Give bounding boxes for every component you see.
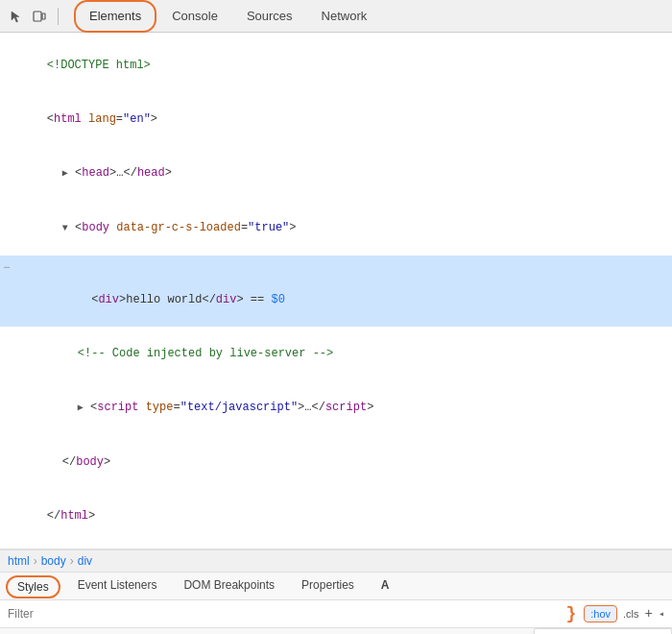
tab-properties[interactable]: Properties: [288, 573, 368, 599]
svg-rect-0: [34, 12, 41, 21]
toggle-element-state-tooltip: Toggle Element State: [534, 628, 672, 634]
html-line-script[interactable]: ▶ <script type="text/javascript">…</scri…: [0, 380, 672, 435]
html-line-head[interactable]: ▶ <head>…</head>: [0, 146, 672, 201]
add-style-button[interactable]: +: [645, 606, 653, 622]
tab-sources[interactable]: Sources: [233, 0, 306, 33]
overflow-icon[interactable]: ◂: [659, 608, 664, 620]
tab-network[interactable]: Network: [308, 0, 381, 33]
separator: [58, 8, 59, 25]
toolbar-icons: [8, 8, 62, 25]
tooltip-container: Toggle Element State: [534, 628, 672, 634]
filter-input[interactable]: [8, 607, 560, 621]
breadcrumb-sep1: ›: [34, 554, 37, 568]
html-line-comment: <!-- Code injected by live-server -->: [0, 327, 672, 380]
breadcrumb-bar: html › body › div: [0, 549, 672, 573]
html-line-selected[interactable]: … <div>hello world</div> == $0: [0, 256, 672, 327]
tab-console[interactable]: Console: [158, 0, 231, 33]
breadcrumb-sep2: ›: [70, 554, 74, 568]
html-line-body-close: </body>: [0, 435, 672, 489]
device-icon[interactable]: [31, 8, 48, 25]
breadcrumb-div[interactable]: div: [78, 554, 92, 568]
html-line-html-close: </html>: [0, 489, 672, 543]
svg-rect-1: [42, 13, 45, 19]
force-state-container: Toggle Element State Force element state…: [0, 628, 672, 634]
filter-bar: } :hov .cls + ◂: [0, 600, 672, 628]
html-line-html: <html lang="en">: [0, 92, 672, 146]
cursor-icon[interactable]: [8, 8, 25, 25]
tab-styles[interactable]: Styles: [6, 575, 60, 598]
tab-event-listeners[interactable]: Event Listeners: [64, 573, 171, 599]
html-line-doctype: <!DOCTYPE html>: [0, 38, 672, 92]
breadcrumb-body[interactable]: body: [41, 554, 66, 568]
hov-button[interactable]: :hov: [584, 605, 617, 622]
styles-tabbar: Styles Event Listeners DOM Breakpoints P…: [0, 573, 672, 600]
tab-elements[interactable]: Elements: [74, 0, 156, 33]
tab-accessibility[interactable]: A: [368, 573, 403, 599]
tab-dom-breakpoints[interactable]: DOM Breakpoints: [170, 573, 288, 599]
devtools-tabbar: Elements Console Sources Network: [0, 0, 672, 33]
cls-button[interactable]: .cls: [623, 608, 639, 620]
breadcrumb-html[interactable]: html: [8, 554, 30, 568]
curly-brace-icon: }: [565, 604, 576, 623]
elements-panel: <!DOCTYPE html> <html lang="en"> ▶ <head…: [0, 33, 672, 549]
html-line-body[interactable]: ▼ <body data-gr-c-s-loaded="true">: [0, 201, 672, 256]
